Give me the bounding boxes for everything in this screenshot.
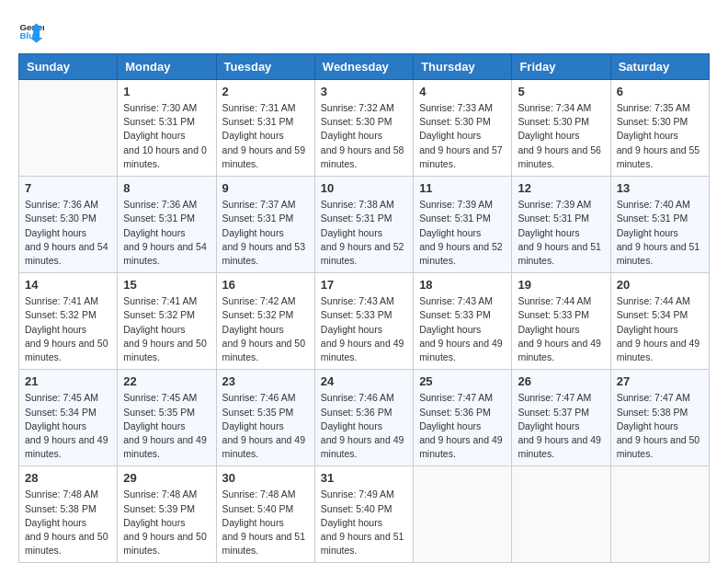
calendar-cell [610, 466, 709, 563]
day-number: 8 [123, 181, 210, 195]
calendar-cell: 2Sunrise: 7:31 AMSunset: 5:31 PMDaylight… [216, 80, 314, 177]
day-number: 20 [617, 278, 703, 292]
day-number: 7 [25, 181, 111, 195]
calendar-cell: 27Sunrise: 7:47 AMSunset: 5:38 PMDayligh… [610, 370, 709, 466]
day-info: Sunrise: 7:44 AMSunset: 5:34 PMDaylight … [617, 294, 703, 364]
calendar-header: SundayMondayTuesdayWednesdayThursdayFrid… [19, 54, 710, 80]
day-header-sunday: Sunday [19, 54, 118, 80]
day-info: Sunrise: 7:48 AMSunset: 5:40 PMDaylight … [222, 488, 309, 557]
day-number: 1 [123, 85, 210, 98]
day-info: Sunrise: 7:30 AMSunset: 5:31 PMDaylight … [123, 101, 210, 171]
day-number: 21 [25, 374, 111, 388]
calendar-cell: 12Sunrise: 7:39 AMSunset: 5:31 PMDayligh… [512, 177, 610, 273]
day-info: Sunrise: 7:49 AMSunset: 5:40 PMDaylight … [321, 488, 407, 557]
calendar-cell: 9Sunrise: 7:37 AMSunset: 5:31 PMDaylight… [216, 177, 314, 273]
calendar-body: 1Sunrise: 7:30 AMSunset: 5:31 PMDaylight… [19, 80, 710, 563]
calendar-cell: 23Sunrise: 7:46 AMSunset: 5:35 PMDayligh… [216, 370, 314, 466]
calendar-cell: 20Sunrise: 7:44 AMSunset: 5:34 PMDayligh… [610, 273, 709, 370]
calendar-cell: 24Sunrise: 7:46 AMSunset: 5:36 PMDayligh… [314, 370, 413, 466]
day-header-saturday: Saturday [610, 54, 709, 80]
day-info: Sunrise: 7:44 AMSunset: 5:33 PMDaylight … [518, 294, 604, 364]
day-header-monday: Monday [118, 54, 216, 80]
day-number: 5 [518, 85, 604, 98]
day-number: 28 [25, 471, 111, 485]
day-number: 22 [123, 374, 210, 388]
calendar-cell: 8Sunrise: 7:36 AMSunset: 5:31 PMDaylight… [118, 177, 216, 273]
day-number: 13 [617, 181, 703, 195]
calendar-cell: 15Sunrise: 7:41 AMSunset: 5:32 PMDayligh… [118, 273, 216, 370]
day-number: 23 [222, 374, 309, 388]
calendar-cell: 6Sunrise: 7:35 AMSunset: 5:30 PMDaylight… [610, 80, 709, 177]
calendar-cell: 18Sunrise: 7:43 AMSunset: 5:33 PMDayligh… [414, 273, 512, 370]
day-header-tuesday: Tuesday [216, 54, 314, 80]
calendar-week-3: 14Sunrise: 7:41 AMSunset: 5:32 PMDayligh… [19, 273, 710, 370]
day-info: Sunrise: 7:36 AMSunset: 5:30 PMDaylight … [25, 198, 111, 268]
day-info: Sunrise: 7:43 AMSunset: 5:33 PMDaylight … [321, 294, 407, 364]
calendar-cell: 11Sunrise: 7:39 AMSunset: 5:31 PMDayligh… [414, 177, 512, 273]
day-number: 25 [419, 374, 506, 388]
day-info: Sunrise: 7:43 AMSunset: 5:33 PMDaylight … [419, 294, 506, 364]
day-number: 2 [222, 85, 309, 98]
calendar-cell: 30Sunrise: 7:48 AMSunset: 5:40 PMDayligh… [216, 466, 314, 563]
calendar-cell: 10Sunrise: 7:38 AMSunset: 5:31 PMDayligh… [314, 177, 413, 273]
day-number: 12 [518, 181, 604, 195]
calendar-cell: 28Sunrise: 7:48 AMSunset: 5:38 PMDayligh… [19, 466, 118, 563]
day-number: 31 [321, 471, 407, 485]
calendar-cell: 3Sunrise: 7:32 AMSunset: 5:30 PMDaylight… [314, 80, 413, 177]
day-number: 26 [518, 374, 604, 388]
day-info: Sunrise: 7:35 AMSunset: 5:30 PMDaylight … [617, 101, 703, 171]
calendar-cell: 26Sunrise: 7:47 AMSunset: 5:37 PMDayligh… [512, 370, 610, 466]
calendar-cell: 7Sunrise: 7:36 AMSunset: 5:30 PMDaylight… [19, 177, 118, 273]
day-info: Sunrise: 7:47 AMSunset: 5:36 PMDaylight … [419, 391, 506, 461]
day-number: 3 [321, 85, 407, 98]
calendar-cell: 31Sunrise: 7:49 AMSunset: 5:40 PMDayligh… [314, 466, 413, 563]
calendar-cell: 5Sunrise: 7:34 AMSunset: 5:30 PMDaylight… [512, 80, 610, 177]
day-info: Sunrise: 7:45 AMSunset: 5:34 PMDaylight … [25, 391, 111, 461]
day-info: Sunrise: 7:39 AMSunset: 5:31 PMDaylight … [518, 198, 604, 268]
day-number: 4 [419, 85, 506, 98]
calendar-cell: 22Sunrise: 7:45 AMSunset: 5:35 PMDayligh… [118, 370, 216, 466]
day-info: Sunrise: 7:45 AMSunset: 5:35 PMDaylight … [123, 391, 210, 461]
day-number: 27 [617, 374, 703, 388]
day-number: 29 [123, 471, 210, 485]
day-header-thursday: Thursday [414, 54, 512, 80]
calendar-cell: 21Sunrise: 7:45 AMSunset: 5:34 PMDayligh… [19, 370, 118, 466]
day-info: Sunrise: 7:39 AMSunset: 5:31 PMDaylight … [419, 198, 506, 268]
calendar-week-1: 1Sunrise: 7:30 AMSunset: 5:31 PMDaylight… [19, 80, 710, 177]
calendar-week-4: 21Sunrise: 7:45 AMSunset: 5:34 PMDayligh… [19, 370, 710, 466]
day-info: Sunrise: 7:33 AMSunset: 5:30 PMDaylight … [419, 101, 506, 171]
calendar-cell: 17Sunrise: 7:43 AMSunset: 5:33 PMDayligh… [314, 273, 413, 370]
calendar-cell [19, 80, 118, 177]
day-header-friday: Friday [512, 54, 610, 80]
calendar-cell: 14Sunrise: 7:41 AMSunset: 5:32 PMDayligh… [19, 273, 118, 370]
calendar-cell: 13Sunrise: 7:40 AMSunset: 5:31 PMDayligh… [610, 177, 709, 273]
calendar-cell [512, 466, 610, 563]
day-number: 16 [222, 278, 309, 292]
day-info: Sunrise: 7:41 AMSunset: 5:32 PMDaylight … [123, 294, 210, 364]
day-number: 18 [419, 278, 506, 292]
day-info: Sunrise: 7:47 AMSunset: 5:37 PMDaylight … [518, 391, 604, 461]
day-info: Sunrise: 7:37 AMSunset: 5:31 PMDaylight … [222, 198, 309, 268]
day-info: Sunrise: 7:48 AMSunset: 5:39 PMDaylight … [123, 488, 210, 557]
day-header-wednesday: Wednesday [314, 54, 413, 80]
day-info: Sunrise: 7:32 AMSunset: 5:30 PMDaylight … [321, 101, 407, 171]
calendar-cell: 29Sunrise: 7:48 AMSunset: 5:39 PMDayligh… [118, 466, 216, 563]
day-number: 30 [222, 471, 309, 485]
day-number: 19 [518, 278, 604, 292]
day-number: 14 [25, 278, 111, 292]
calendar-week-2: 7Sunrise: 7:36 AMSunset: 5:30 PMDaylight… [19, 177, 710, 273]
day-number: 15 [123, 278, 210, 292]
day-info: Sunrise: 7:47 AMSunset: 5:38 PMDaylight … [617, 391, 703, 461]
day-number: 9 [222, 181, 309, 195]
calendar-cell: 1Sunrise: 7:30 AMSunset: 5:31 PMDaylight… [118, 80, 216, 177]
calendar-cell: 19Sunrise: 7:44 AMSunset: 5:33 PMDayligh… [512, 273, 610, 370]
day-number: 17 [321, 278, 407, 292]
header: General Blue [18, 18, 710, 44]
day-number: 24 [321, 374, 407, 388]
day-info: Sunrise: 7:41 AMSunset: 5:32 PMDaylight … [25, 294, 111, 364]
calendar-cell: 25Sunrise: 7:47 AMSunset: 5:36 PMDayligh… [414, 370, 512, 466]
day-info: Sunrise: 7:46 AMSunset: 5:35 PMDaylight … [222, 391, 309, 461]
day-info: Sunrise: 7:42 AMSunset: 5:32 PMDaylight … [222, 294, 309, 364]
day-number: 6 [617, 85, 703, 98]
day-info: Sunrise: 7:46 AMSunset: 5:36 PMDaylight … [321, 391, 407, 461]
